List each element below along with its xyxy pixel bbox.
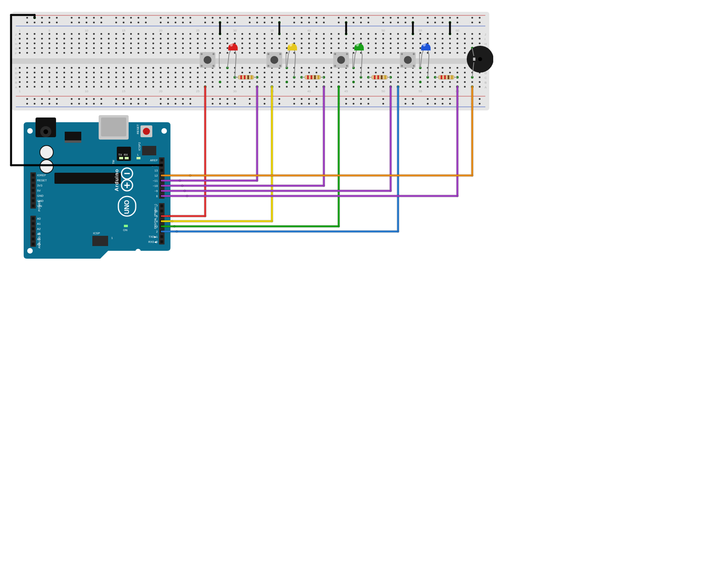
svg-point-62 [345, 17, 347, 19]
svg-point-267 [41, 47, 43, 49]
svg-point-367 [115, 47, 117, 49]
svg-point-415 [152, 38, 154, 40]
svg-point-38 [130, 17, 132, 19]
svg-point-596 [286, 43, 288, 45]
svg-point-1023 [143, 128, 150, 135]
svg-point-138 [93, 98, 95, 100]
svg-point-656 [330, 43, 332, 45]
svg-point-597 [286, 47, 288, 49]
svg-point-532 [234, 81, 236, 83]
svg-point-287 [56, 47, 58, 49]
svg-point-738 [390, 52, 392, 54]
reset-button[interactable] [140, 125, 152, 137]
svg-point-296 [64, 43, 66, 45]
svg-point-80 [41, 22, 43, 24]
svg-text:~11: ~11 [153, 179, 158, 182]
svg-point-53 [264, 17, 266, 19]
svg-point-521 [226, 76, 228, 78]
svg-point-686 [353, 43, 355, 45]
svg-point-321 [78, 76, 80, 78]
svg-point-649 [323, 67, 325, 69]
svg-rect-1000 [381, 75, 382, 79]
svg-point-73 [442, 17, 444, 19]
svg-point-720 [375, 72, 377, 74]
svg-point-844 [472, 33, 473, 35]
svg-point-1161 [323, 185, 325, 187]
svg-point-293 [56, 86, 58, 88]
svg-point-472 [189, 81, 191, 83]
svg-point-401 [138, 76, 140, 78]
svg-point-757 [404, 47, 406, 49]
svg-point-937 [230, 42, 233, 47]
svg-point-693 [353, 86, 355, 88]
svg-point-135 [71, 98, 73, 100]
svg-text:1: 1 [111, 237, 113, 239]
svg-text:ICSP: ICSP [93, 232, 100, 235]
svg-rect-1079 [32, 243, 35, 246]
svg-point-349 [101, 67, 103, 69]
svg-point-762 [404, 81, 406, 83]
svg-point-953 [213, 65, 215, 67]
svg-point-213 [301, 103, 303, 105]
svg-point-1013 [27, 128, 33, 134]
svg-point-838 [464, 52, 466, 54]
svg-point-1147 [338, 86, 340, 88]
svg-point-212 [293, 103, 295, 105]
svg-point-732 [382, 81, 384, 83]
svg-point-491 [204, 76, 206, 78]
svg-point-542 [241, 81, 243, 83]
svg-point-854 [479, 33, 481, 35]
svg-point-516 [226, 43, 228, 45]
svg-point-565 [264, 38, 266, 40]
svg-point-139 [101, 98, 103, 100]
svg-text:5: 5 [49, 90, 51, 93]
svg-point-949 [204, 56, 211, 64]
svg-point-448 [175, 52, 177, 54]
svg-point-586 [279, 43, 281, 45]
svg-point-389 [130, 67, 132, 69]
svg-point-301 [64, 76, 66, 78]
svg-point-357 [108, 47, 110, 49]
svg-rect-1064 [32, 200, 35, 202]
breadboard: JIH GF EDC BA JIH GF EDC BA 115510101515… [12, 12, 489, 110]
svg-point-390 [130, 72, 132, 74]
svg-point-601 [286, 76, 288, 78]
svg-point-304 [71, 33, 73, 35]
svg-point-1163 [161, 190, 163, 192]
svg-point-950 [201, 53, 203, 55]
svg-point-123 [427, 22, 429, 24]
svg-point-469 [189, 67, 191, 69]
svg-text:J: J [485, 33, 486, 36]
svg-point-446 [175, 43, 177, 45]
svg-point-482 [197, 81, 199, 83]
svg-point-907 [352, 81, 355, 83]
svg-point-54 [271, 17, 273, 19]
svg-point-149 [189, 98, 191, 100]
svg-point-815 [449, 38, 451, 40]
svg-text:F: F [15, 52, 17, 55]
svg-point-1165 [184, 190, 186, 192]
svg-point-761 [404, 76, 406, 78]
svg-point-736 [390, 43, 392, 45]
svg-point-402 [138, 81, 140, 83]
svg-point-973 [346, 65, 348, 67]
svg-text:G: G [15, 47, 17, 50]
svg-point-291 [56, 76, 58, 78]
svg-point-219 [353, 103, 355, 105]
svg-point-600 [286, 72, 288, 74]
svg-point-370 [115, 72, 117, 74]
svg-rect-1026 [65, 140, 81, 143]
svg-point-220 [360, 103, 362, 105]
svg-point-445 [175, 38, 177, 40]
svg-point-511 [219, 76, 221, 78]
svg-point-451 [175, 76, 177, 78]
svg-point-325 [86, 38, 88, 40]
svg-point-405 [145, 38, 147, 40]
svg-point-513 [219, 86, 221, 88]
svg-point-951 [213, 53, 215, 55]
svg-point-1156 [256, 180, 258, 182]
svg-point-151 [212, 98, 214, 100]
svg-point-314 [78, 33, 80, 35]
svg-point-539 [241, 67, 243, 69]
svg-point-972 [334, 65, 336, 67]
